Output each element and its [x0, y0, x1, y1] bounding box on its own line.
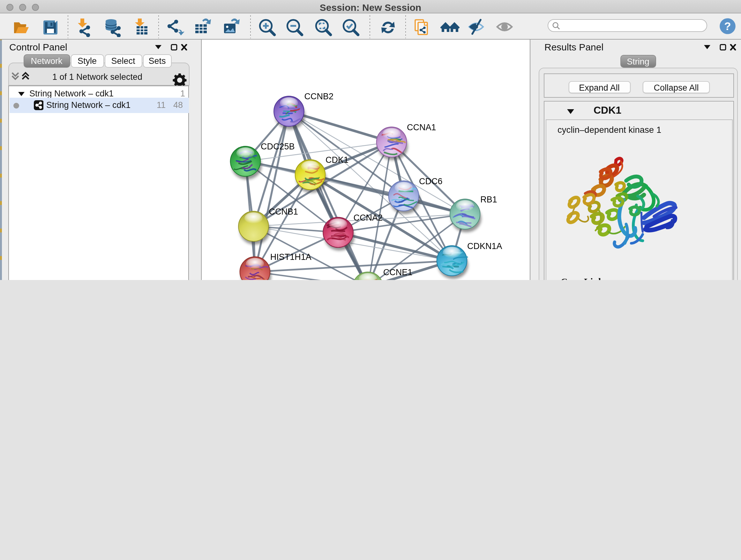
- svg-text:CDC25B: CDC25B: [260, 142, 294, 151]
- svg-text:CCNA2: CCNA2: [353, 213, 383, 223]
- svg-text:CCNB2: CCNB2: [304, 91, 333, 101]
- svg-text:CDK1: CDK1: [325, 155, 348, 165]
- svg-text:CDC6: CDC6: [419, 177, 442, 186]
- svg-text:CCNE1: CCNE1: [383, 267, 412, 277]
- svg-text:CCNB1: CCNB1: [268, 207, 298, 216]
- svg-text:CCNA1: CCNA1: [407, 123, 436, 132]
- svg-text:HIST1H1A: HIST1H1A: [270, 252, 311, 262]
- svg-text:RB1: RB1: [480, 195, 497, 204]
- svg-text:?: ?: [724, 20, 731, 32]
- svg-text:CDKN1A: CDKN1A: [467, 241, 502, 251]
